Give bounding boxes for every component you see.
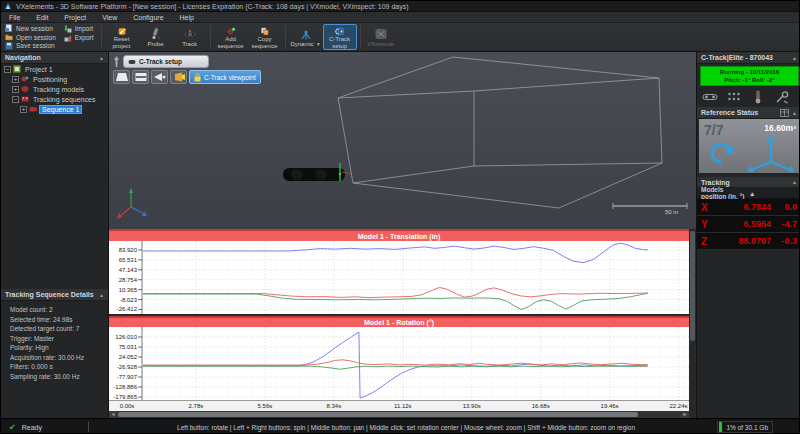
- temperature-button[interactable]: [749, 89, 766, 105]
- settings-tools-button[interactable]: [773, 89, 790, 105]
- ctrack-collapse-icon[interactable]: ▲: [792, 55, 797, 61]
- probe-button[interactable]: Probe: [139, 24, 173, 50]
- detail-target-count: Detected target count: 7: [10, 324, 108, 334]
- expander-icon[interactable]: +: [20, 106, 27, 113]
- import-icon: [64, 25, 72, 33]
- models-position-title: Models position (in, °): [701, 186, 749, 200]
- tree-item-project[interactable]: − Project 1: [1, 64, 108, 74]
- panel-view-button[interactable]: [132, 70, 149, 84]
- side-volume-button[interactable]: [151, 70, 168, 84]
- chart-translation-plot[interactable]: 83.92065.53147.14328.75410.365-8.023-26.…: [109, 241, 689, 314]
- tracking-sequence-details-panel: Tracking Sequence Details ▲ Model count:…: [1, 289, 108, 381]
- position-row-z: Z 88.0797 -0.3: [697, 233, 800, 250]
- ctrack-setup-button[interactable]: C-Track setup: [323, 24, 357, 50]
- tree-item-label[interactable]: Sequence 1: [39, 105, 82, 114]
- menu-project[interactable]: Project: [56, 13, 94, 22]
- app-icon: [4, 2, 12, 10]
- tracking-collapse-icon[interactable]: ▲: [792, 179, 797, 185]
- expander-icon[interactable]: −: [4, 66, 11, 73]
- tree-item-tracking-models[interactable]: + Tracking models: [1, 84, 108, 94]
- charts-horizontal-scrollbar[interactable]: ◄ ►: [109, 411, 689, 418]
- ctrack-setup-label: C-Track setup: [329, 36, 350, 49]
- tree-item-label[interactable]: Tracking sequences: [31, 96, 97, 103]
- menu-view[interactable]: View: [94, 13, 125, 22]
- toolbar-separator: [360, 25, 361, 49]
- svg-text:-26.928: -26.928: [117, 364, 138, 370]
- vxremote-button[interactable]: VXremote: [364, 24, 398, 50]
- expander-icon[interactable]: +: [12, 86, 19, 93]
- x-tick-label: 2.78s: [176, 403, 216, 409]
- viewport-3d[interactable]: 50 in C-Track setup C-Track viewpoint: [109, 52, 696, 229]
- save-session-button[interactable]: Save session: [3, 41, 58, 50]
- expander-icon[interactable]: −: [12, 96, 19, 103]
- expander-icon[interactable]: +: [12, 76, 19, 83]
- tree-item-label[interactable]: Project 1: [23, 66, 55, 73]
- toolbar-separator: [101, 25, 102, 49]
- tree-item-label[interactable]: Tracking models: [31, 86, 86, 93]
- navigation-collapse-icon[interactable]: ▲: [99, 55, 104, 61]
- menu-file[interactable]: File: [1, 13, 28, 22]
- details-collapse-icon[interactable]: ▲: [99, 292, 104, 298]
- positioning-icon: [21, 75, 29, 83]
- overlay-title-bar[interactable]: C-Track setup: [123, 55, 209, 68]
- chart-rotation-plot[interactable]: 126.01075.03124.052-26.928-77.907-128.88…: [109, 327, 689, 400]
- ready-check-icon: ✔: [1, 423, 22, 432]
- tree-item-label[interactable]: Positioning: [31, 76, 69, 83]
- tree-item-sequence-1[interactable]: + Sequence 1: [1, 104, 108, 114]
- sequence-icon: [29, 105, 37, 113]
- overlay-pin-icon[interactable]: [112, 56, 121, 67]
- volume-view-button[interactable]: [113, 70, 130, 84]
- scroll-left-arrow[interactable]: ◄: [109, 411, 117, 418]
- axis-z-delta: -0.3: [771, 236, 800, 246]
- window-title: VXelements - 3D Software Platform - [New…: [16, 3, 409, 10]
- ctrack-status-line2: Pitch: -1° Roll: -2°: [724, 76, 774, 84]
- add-sequence-button[interactable]: Add sequence: [214, 24, 248, 50]
- tree-item-tracking-sequences[interactable]: − Tracking sequences: [1, 94, 108, 104]
- toolbar: New session Open session Save session Im…: [1, 23, 800, 52]
- right-panel: C-Track|Elite - 870043 ▲ Running - 10/11…: [696, 52, 800, 418]
- dynamic-dropdown-arrow[interactable]: ▼: [316, 41, 321, 47]
- scroll-right-arrow[interactable]: ►: [681, 411, 689, 418]
- axis-z-label: Z: [697, 236, 715, 247]
- track-button[interactable]: Track: [173, 24, 207, 50]
- reset-project-button[interactable]: Reset project: [105, 24, 139, 50]
- ctrack-device-button[interactable]: [701, 89, 718, 105]
- reference-table-icon[interactable]: [780, 109, 789, 117]
- detail-sampling-rate: Sampling rate: 30.00 Hz: [10, 372, 108, 382]
- copy-sequence-button[interactable]: Copy sequence: [248, 24, 282, 50]
- vertical-scroll-thumb[interactable]: [690, 231, 695, 341]
- dynamic-button[interactable]: Dynamic ▼: [289, 24, 323, 50]
- ctrack-tools-row: [701, 89, 790, 105]
- export-button[interactable]: Export: [62, 33, 96, 42]
- menu-configure[interactable]: Configure: [125, 13, 171, 22]
- projector-button[interactable]: [170, 70, 187, 84]
- mouse-help-text: Left button: rotate | Left + Right butto…: [95, 424, 718, 431]
- statusbar: ✔ Ready Left button: rotate | Left + Rig…: [1, 418, 800, 434]
- svg-text:75.031: 75.031: [119, 344, 138, 350]
- menu-edit[interactable]: Edit: [28, 13, 56, 22]
- chart-translation-titlebar: Model 1 - Translation (in): [109, 229, 689, 241]
- open-session-button[interactable]: Open session: [3, 33, 58, 42]
- panel-view-icon: [135, 72, 147, 82]
- import-button[interactable]: Import: [62, 24, 96, 33]
- new-session-icon: [5, 24, 13, 32]
- tree-item-positioning[interactable]: + Positioning: [1, 74, 108, 84]
- targets-button[interactable]: [725, 89, 742, 105]
- models-collapse-icon[interactable]: ▲: [749, 190, 797, 197]
- ctrack-viewpoint-button[interactable]: C-Track viewpoint: [189, 70, 261, 84]
- menu-help[interactable]: Help: [172, 13, 202, 22]
- ctrack-status-line1: Running - 10/11/2016: [720, 68, 779, 76]
- project-icon: [13, 65, 21, 73]
- reset-project-label: Reset project: [113, 36, 131, 49]
- horizontal-scroll-thumb[interactable]: [118, 412, 638, 417]
- scale-bar-label: 50 in: [665, 209, 678, 215]
- charts-area: Model 1 - Translation (in) 83.92065.5314…: [109, 229, 689, 418]
- x-tick-label: 13.90s: [452, 403, 492, 409]
- reference-collapse-icon[interactable]: ▲: [792, 110, 797, 116]
- new-session-button[interactable]: New session: [3, 24, 58, 33]
- x-tick-label: 0.00s: [107, 403, 147, 409]
- charts-vertical-scrollbar[interactable]: [689, 229, 696, 418]
- svg-text:-77.907: -77.907: [117, 374, 138, 380]
- detail-model-count: Model count: 2: [10, 305, 108, 315]
- axis-z-value: 88.0797: [715, 236, 771, 246]
